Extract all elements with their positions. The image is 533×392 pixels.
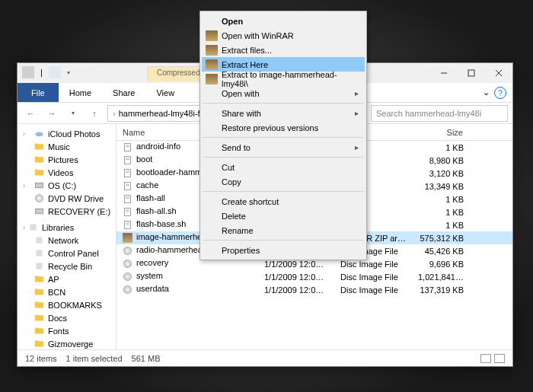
menu-item[interactable]: Restore previous versions bbox=[202, 120, 365, 135]
status-selection: 1 item selected bbox=[66, 354, 123, 363]
close-button[interactable] bbox=[485, 64, 512, 82]
sidebar-item[interactable]: AP bbox=[18, 272, 116, 285]
text-icon bbox=[123, 181, 133, 192]
minimize-button[interactable] bbox=[430, 64, 458, 82]
sidebar-item[interactable]: Gizmoverge bbox=[18, 337, 116, 349]
tab-view[interactable]: View bbox=[145, 83, 185, 102]
svg-rect-13 bbox=[124, 143, 130, 151]
sidebar-item[interactable]: Pictures bbox=[18, 153, 116, 166]
svg-rect-19 bbox=[124, 169, 130, 177]
disc-icon bbox=[123, 246, 133, 257]
menu-item-label: Copy bbox=[222, 177, 241, 186]
sidebar-item[interactable]: Recycle Bin bbox=[18, 260, 116, 272]
sidebar-item[interactable]: Control Panel bbox=[18, 247, 116, 260]
menu-item[interactable]: Extract files... bbox=[202, 43, 365, 57]
sidebar-item[interactable]: RECOVERY (E:) bbox=[18, 205, 116, 218]
text-icon bbox=[123, 155, 133, 166]
sidebar-item[interactable]: Videos bbox=[18, 166, 116, 179]
sidebar-item[interactable]: Music bbox=[18, 140, 116, 153]
menu-item[interactable]: Delete bbox=[202, 209, 365, 223]
file-name: boot bbox=[136, 155, 152, 164]
menu-item-label: Open with WinRAR bbox=[222, 31, 294, 40]
sidebar-item-label: Recycle Bin bbox=[48, 262, 92, 271]
svg-point-37 bbox=[126, 263, 128, 264]
menu-item[interactable]: Extract to image-hammerhead-lmy48i\ bbox=[202, 72, 365, 86]
properties-icon[interactable] bbox=[49, 66, 61, 78]
svg-rect-12 bbox=[36, 263, 42, 269]
menu-item[interactable]: Rename bbox=[202, 223, 365, 237]
menu-item[interactable]: Open with WinRAR bbox=[202, 28, 365, 43]
sidebar[interactable]: ›iCloud PhotosMusicPicturesVideos›OS (C:… bbox=[18, 124, 116, 349]
qat-dropdown[interactable]: ▾ bbox=[67, 69, 70, 76]
sidebar-item-label: Fonts bbox=[48, 327, 69, 336]
nav-forward-button[interactable]: → bbox=[43, 105, 60, 122]
tab-share[interactable]: Share bbox=[102, 83, 145, 102]
col-size[interactable]: Size bbox=[412, 128, 470, 137]
menu-item[interactable]: Properties bbox=[202, 243, 365, 257]
file-row[interactable]: system1/1/2009 12:00 AMDisc Image File1,… bbox=[116, 270, 512, 283]
view-details-icon[interactable] bbox=[480, 354, 491, 363]
menu-item-label: Open with bbox=[222, 89, 260, 98]
statusbar: 12 items 1 item selected 561 MB bbox=[18, 349, 512, 366]
menu-item[interactable]: Open bbox=[202, 14, 365, 28]
nav-up-button[interactable]: ↑ bbox=[86, 105, 103, 122]
tab-home[interactable]: Home bbox=[59, 83, 102, 102]
sidebar-item[interactable]: BCN bbox=[18, 285, 116, 298]
svg-rect-16 bbox=[124, 156, 130, 164]
submenu-arrow-icon: ▸ bbox=[355, 89, 359, 97]
sidebar-item[interactable]: ›OS (C:) bbox=[18, 179, 116, 192]
quick-access-toolbar: | ▾ bbox=[22, 66, 70, 78]
file-type: Disc Image File bbox=[334, 260, 412, 269]
rar-icon bbox=[206, 74, 218, 84]
nav-history-button[interactable]: ▾ bbox=[65, 105, 81, 122]
sidebar-item-label: iCloud Photos bbox=[48, 129, 101, 139]
expand-icon[interactable]: › bbox=[23, 182, 25, 190]
menu-item[interactable]: Share with▸ bbox=[202, 106, 365, 120]
nav-back-button[interactable]: ← bbox=[22, 105, 39, 122]
sidebar-item[interactable]: ›iCloud Photos bbox=[18, 127, 116, 140]
sidebar-item[interactable]: Network bbox=[18, 234, 116, 247]
tab-file[interactable]: File bbox=[18, 83, 59, 102]
folder-icon bbox=[34, 326, 44, 336]
submenu-arrow-icon: ▸ bbox=[355, 109, 359, 117]
status-count: 12 items bbox=[25, 354, 57, 363]
sidebar-item-label: Control Panel bbox=[48, 249, 99, 258]
disc-icon bbox=[123, 285, 133, 295]
file-date: 1/1/2009 12:00 AM bbox=[258, 285, 334, 295]
file-row[interactable]: userdata1/1/2009 12:00 AMDisc Image File… bbox=[116, 283, 512, 296]
sidebar-item[interactable]: Fonts bbox=[18, 324, 116, 337]
sidebar-item[interactable]: ›Libraries bbox=[18, 221, 116, 234]
sidebar-item-label: RECOVERY (E:) bbox=[48, 207, 110, 216]
disc-icon bbox=[123, 259, 133, 269]
svg-rect-22 bbox=[124, 182, 130, 190]
file-date: 1/1/2009 12:00 AM bbox=[258, 260, 334, 269]
sidebar-item[interactable]: Docs bbox=[18, 311, 116, 324]
menu-item[interactable]: Open with▸ bbox=[202, 86, 365, 100]
context-menu[interactable]: OpenOpen with WinRARExtract files...Extr… bbox=[199, 11, 367, 260]
sidebar-item-label: BCN bbox=[48, 288, 65, 297]
expand-icon[interactable]: › bbox=[23, 224, 25, 231]
menu-item[interactable]: Send to▸ bbox=[202, 140, 365, 155]
menu-item[interactable]: Copy bbox=[202, 174, 365, 189]
qat-sep: | bbox=[40, 68, 43, 77]
sidebar-item-label: Libraries bbox=[42, 223, 74, 232]
menu-item-label: Share with bbox=[222, 109, 261, 118]
maximize-button[interactable] bbox=[458, 64, 485, 82]
network-icon bbox=[34, 235, 44, 245]
view-thumbnails-icon[interactable] bbox=[494, 354, 505, 363]
file-name: system bbox=[136, 271, 163, 280]
folder-icon bbox=[34, 300, 44, 310]
file-size: 8,980 KB bbox=[412, 156, 470, 165]
help-icon[interactable]: ? bbox=[494, 87, 506, 99]
sidebar-item[interactable]: BOOKMARKS bbox=[18, 298, 116, 311]
ribbon-collapse-icon[interactable]: ⌄ bbox=[483, 88, 490, 97]
file-name: recovery bbox=[136, 258, 168, 267]
library-icon bbox=[28, 222, 38, 232]
search-input[interactable]: Search hammerhead-lmy48i bbox=[371, 105, 508, 122]
menu-item-label: Extract to image-hammerhead-lmy48i\ bbox=[222, 70, 351, 88]
menu-item[interactable]: Cut bbox=[202, 160, 365, 174]
menu-item[interactable]: Create shortcut bbox=[202, 194, 365, 209]
expand-icon[interactable]: › bbox=[23, 130, 25, 138]
sidebar-item[interactable]: DVD RW Drive bbox=[18, 192, 116, 205]
menu-item-label: Open bbox=[222, 17, 243, 26]
